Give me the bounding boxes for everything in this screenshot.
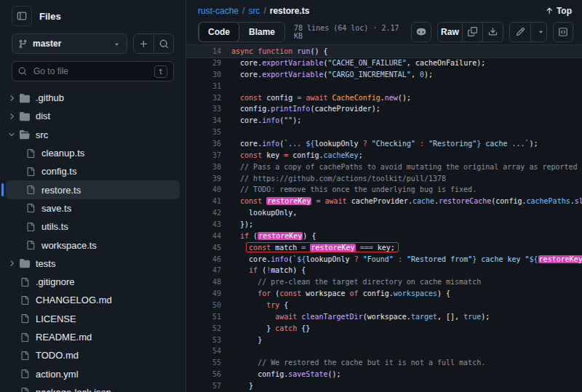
code-line-57: 57 }: [186, 380, 582, 392]
line-number[interactable]: 30: [186, 69, 221, 81]
line-number[interactable]: 53: [186, 335, 221, 346]
tree-item-label: restore.ts: [41, 185, 81, 196]
tree-item-.gitignore[interactable]: .gitignore: [6, 273, 180, 291]
go-to-file-field[interactable]: t: [12, 61, 174, 81]
code-text: }: [221, 335, 262, 346]
code-text: const match = restoreKey === key;: [221, 242, 395, 254]
collapse-file-tree-button[interactable]: [12, 6, 32, 26]
tree-item-config.ts[interactable]: config.ts: [6, 162, 180, 180]
line-number[interactable]: 32: [186, 92, 221, 104]
line-number[interactable]: 49: [186, 288, 221, 300]
line-number[interactable]: 45: [186, 242, 221, 254]
add-file-button[interactable]: [134, 34, 154, 53]
tree-actions: [133, 33, 174, 54]
copy-button[interactable]: [462, 23, 482, 41]
line-number[interactable]: 48: [186, 276, 221, 288]
tree-item-label: action.yml: [36, 369, 79, 380]
line-number[interactable]: 43: [186, 219, 221, 231]
tree-item-TODO.md[interactable]: TODO.md: [6, 346, 180, 364]
code-line-42: 42 lookupOnly,: [186, 207, 582, 219]
chevron-right-icon[interactable]: [6, 112, 17, 121]
line-number[interactable]: 36: [186, 138, 221, 150]
file-toolbar: Code Blame 78 lines (64 loc) · 2.17 KB R…: [186, 19, 582, 45]
pencil-icon: [516, 27, 525, 36]
sidebar-panel-icon: [17, 11, 27, 21]
line-number[interactable]: 31: [186, 81, 221, 92]
file-icon: [17, 351, 32, 360]
file-icon: [23, 149, 38, 158]
download-icon: [488, 27, 498, 36]
tree-item-package-lock.json[interactable]: package-lock.json: [6, 383, 180, 392]
line-number[interactable]: 55: [186, 357, 221, 369]
tree-item-label: tests: [36, 258, 55, 269]
code-line-54: 54: [186, 345, 582, 357]
line-number[interactable]: 41: [186, 196, 221, 207]
tree-item-README.md[interactable]: README.md: [6, 328, 180, 346]
raw-button[interactable]: Raw: [438, 23, 463, 41]
edit-button[interactable]: [510, 23, 530, 41]
tree-item-LICENSE[interactable]: LICENSE: [6, 310, 180, 328]
line-number[interactable]: 33: [186, 103, 221, 115]
line-number[interactable]: 40: [186, 184, 221, 196]
files-sidebar: Files master: [0, 0, 186, 392]
tree-item-action.yml[interactable]: action.yml: [6, 364, 180, 383]
go-to-file-input[interactable]: [32, 65, 149, 77]
back-to-top-link[interactable]: Top: [545, 6, 572, 16]
branch-name: master: [33, 39, 108, 49]
tree-item-src[interactable]: src: [6, 126, 180, 144]
line-number[interactable]: 39: [186, 173, 221, 185]
tree-item-save.ts[interactable]: save.ts: [6, 199, 180, 217]
line-number[interactable]: 52: [186, 323, 221, 335]
tree-item-utils.ts[interactable]: utils.ts: [6, 217, 180, 236]
tree-item-cleanup.ts[interactable]: cleanup.ts: [6, 144, 180, 162]
file-icon: [23, 223, 38, 231]
chevron-right-icon[interactable]: [6, 259, 17, 268]
code-text: lookupOnly,: [221, 207, 297, 219]
line-number[interactable]: 38: [186, 161, 221, 173]
copilot-button[interactable]: [411, 22, 431, 42]
file-icon: [23, 185, 38, 194]
goto-shortcut-key: t: [154, 65, 167, 78]
tab-code[interactable]: Code: [199, 22, 239, 42]
line-number[interactable]: 56: [186, 369, 221, 380]
search-highlight: restoreKey: [258, 232, 303, 240]
line-number[interactable]: 44: [186, 231, 221, 242]
code-text: // Pass a copy of cachePaths to avoid mu…: [221, 161, 582, 173]
code-blame-toggle: Code Blame: [198, 22, 285, 42]
symbols-panel-button[interactable]: [553, 22, 573, 42]
chevron-down-icon[interactable]: [6, 130, 17, 139]
code-line-29: 29 core.exportVariable("CACHE_ON_FAILURE…: [186, 57, 582, 69]
line-number[interactable]: 57: [186, 380, 221, 392]
tree-item-CHANGELOG.md[interactable]: CHANGELOG.md: [6, 291, 180, 309]
line-number[interactable]: 29: [186, 57, 221, 69]
line-number[interactable]: 14: [186, 45, 221, 57]
tab-blame[interactable]: Blame: [239, 22, 284, 42]
tree-item-label: utils.ts: [41, 221, 68, 232]
line-number[interactable]: 42: [186, 207, 221, 219]
breadcrumb-repo[interactable]: rust-cache: [198, 6, 239, 16]
tree-item-label: LICENSE: [36, 313, 76, 324]
tree-item-.github[interactable]: .github: [6, 89, 180, 107]
tree-item-label: TODO.md: [36, 350, 79, 361]
download-button[interactable]: [482, 23, 503, 41]
tree-item-dist[interactable]: dist: [6, 107, 180, 125]
line-number[interactable]: 50: [186, 300, 221, 311]
search-this-repo-button[interactable]: [154, 34, 173, 53]
line-number[interactable]: 54: [186, 345, 221, 357]
code-line-44: 44 if (restoreKey) {: [186, 231, 582, 242]
line-number[interactable]: 47: [186, 265, 221, 276]
line-number[interactable]: 37: [186, 150, 221, 161]
tree-item-tests[interactable]: tests: [6, 255, 180, 273]
breadcrumb-dir[interactable]: src: [248, 6, 260, 16]
line-number[interactable]: 34: [186, 115, 221, 127]
code-line-46: 46 core.info(`${lookupOnly ? "Found" : "…: [186, 254, 582, 265]
line-number[interactable]: 51: [186, 311, 221, 323]
line-number[interactable]: 35: [186, 127, 221, 138]
tree-item-restore.ts[interactable]: restore.ts: [6, 180, 180, 199]
line-number[interactable]: 46: [186, 254, 221, 265]
edit-dropdown-button[interactable]: [530, 23, 547, 41]
plus-icon: [139, 39, 148, 49]
chevron-right-icon[interactable]: [6, 94, 17, 103]
branch-selector[interactable]: master: [12, 33, 127, 54]
tree-item-workspace.ts[interactable]: workspace.ts: [6, 236, 180, 254]
